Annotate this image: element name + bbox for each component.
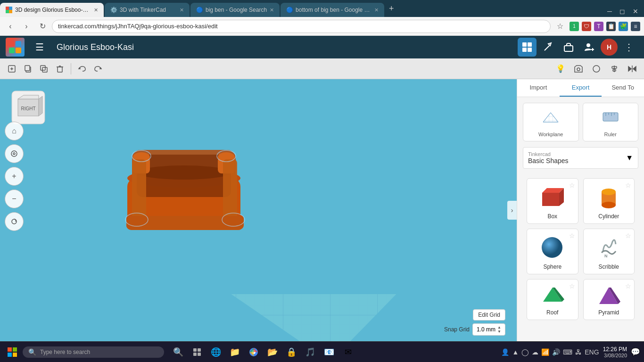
mirror-button[interactable] — [625, 61, 640, 76]
shape-scribble[interactable]: ☆ N Scribble — [583, 229, 635, 274]
add-person-button[interactable] — [580, 38, 599, 57]
zoom-out-button[interactable]: − — [5, 189, 24, 208]
refresh-button[interactable]: ↻ — [36, 20, 49, 33]
bookmark-button[interactable]: ☆ — [553, 20, 567, 33]
taskbar-chrome[interactable] — [245, 344, 262, 361]
sphere-favorite-icon[interactable]: ☆ — [569, 232, 575, 239]
forward-button[interactable]: › — [20, 20, 33, 33]
taskbar-file-explorer[interactable]: 📁 — [226, 344, 243, 361]
lightbulb-button[interactable]: 💡 — [553, 61, 568, 76]
maximize-button[interactable]: ◻ — [619, 8, 625, 15]
taskbar-search[interactable]: 🔍 Type here to search — [23, 346, 164, 358]
view-cube-nav[interactable]: RIGHT — [9, 89, 47, 126]
export-tab[interactable]: Export — [560, 79, 602, 97]
svg-rect-2 — [6, 10, 9, 13]
back-button[interactable]: ‹ — [4, 20, 17, 33]
viewport[interactable]: RIGHT ⌂ + − — [0, 79, 517, 341]
tab-close-1[interactable]: ✕ — [94, 7, 98, 13]
clock-block[interactable]: 12:26 PM 3/08/2020 — [603, 346, 627, 358]
grid-view-button[interactable] — [518, 38, 537, 57]
undo-button[interactable] — [74, 61, 90, 76]
shape-placeholder-2[interactable]: ☆ Pyramid — [583, 279, 635, 320]
browser-tab-1[interactable]: 3D design Glorious Esboo-Kasi | ✕ — [0, 3, 104, 17]
keyboard-icon[interactable]: ⌨ — [563, 348, 572, 356]
placeholder1-favorite-icon[interactable]: ☆ — [569, 282, 575, 290]
shape-placeholder-1[interactable]: ☆ Roof — [527, 279, 578, 320]
tab-close-2[interactable]: ✕ — [180, 7, 184, 13]
hamburger-menu-button[interactable]: ☰ — [30, 38, 49, 57]
taskbar-spotify[interactable]: 🎵 — [302, 344, 319, 361]
svg-rect-81 — [198, 353, 201, 356]
more-options-button[interactable]: ⋮ — [619, 38, 638, 57]
pickaxe-button[interactable] — [538, 38, 557, 57]
redo-button[interactable] — [91, 61, 106, 76]
network-icon[interactable]: 🖧 — [575, 348, 582, 356]
taskbar-outlook[interactable]: 📧 — [321, 344, 338, 361]
browser-tab-4[interactable]: 🔵 bottom of big ben - Google Sear... ✕ — [281, 3, 384, 17]
ext-icon-3[interactable]: T — [594, 22, 603, 31]
ext-icon-4[interactable]: 📋 — [606, 22, 616, 31]
taskbar-lock[interactable]: 🔒 — [283, 344, 300, 361]
snap-value-display[interactable]: 1.0 mm ▲ ▼ — [472, 323, 505, 336]
home-view-button[interactable]: ⌂ — [5, 122, 24, 140]
shape-sphere[interactable]: ☆ Sphere — [527, 229, 578, 274]
new-tab-button[interactable]: + — [385, 4, 398, 14]
user-icon[interactable]: 👤 — [501, 348, 509, 356]
svg-point-68 — [542, 237, 562, 258]
notification-button[interactable]: 💬 — [631, 347, 640, 356]
fit-view-button[interactable] — [5, 144, 24, 163]
taskbar-mail[interactable]: ✉ — [339, 344, 356, 361]
new-shape-button[interactable] — [4, 61, 19, 76]
close-button[interactable]: ✕ — [633, 8, 638, 15]
placeholder2-favorite-icon[interactable]: ☆ — [625, 282, 631, 290]
onedrive-icon[interactable]: ☁ — [532, 348, 538, 356]
ext-icon-5[interactable]: 🧩 — [619, 22, 628, 31]
arrow-up-icon[interactable]: ▲ — [512, 348, 519, 356]
wifi-icon[interactable]: 📶 — [541, 348, 549, 356]
rotate-view-button[interactable] — [5, 212, 24, 231]
taskbar-edge[interactable]: 🌐 — [207, 344, 224, 361]
align-button[interactable] — [607, 61, 622, 76]
browser-tab-2[interactable]: ⚙️ 3D with TinkerCad ✕ — [105, 3, 190, 17]
cylinder-favorite-icon[interactable]: ☆ — [625, 181, 631, 189]
taskbar-task-view[interactable] — [189, 344, 206, 361]
copy-button[interactable] — [20, 61, 35, 76]
cortana-icon[interactable]: ◯ — [521, 348, 529, 356]
shapes-grid: ☆ Box ☆ — [523, 174, 638, 324]
taskbar-search-app[interactable]: 🔍 — [170, 344, 187, 361]
edit-grid-button[interactable]: Edit Grid — [473, 309, 505, 321]
ext-icon-2[interactable]: 🛡 — [582, 22, 591, 31]
browser-tab-3[interactable]: 🔵 big ben - Google Search ✕ — [190, 3, 280, 17]
box-favorite-icon[interactable]: ☆ — [569, 181, 575, 189]
expand-panel-arrow[interactable]: › — [507, 201, 517, 220]
briefcase-button[interactable] — [559, 38, 578, 57]
minimize-button[interactable]: ─ — [607, 8, 612, 15]
scribble-favorite-icon[interactable]: ☆ — [625, 232, 631, 239]
tab-close-3[interactable]: ✕ — [270, 7, 274, 13]
delete-button[interactable] — [52, 61, 67, 76]
start-button[interactable] — [4, 346, 21, 359]
tinkercad-logo[interactable] — [6, 38, 25, 57]
ext-icon-1[interactable]: 1 — [570, 22, 579, 31]
user-avatar[interactable]: H — [601, 39, 618, 56]
shape-cylinder[interactable]: ☆ Cylinder — [583, 178, 635, 224]
camera-button[interactable] — [571, 61, 586, 76]
send-to-tab[interactable]: Send To — [602, 79, 644, 97]
shape-box[interactable]: ☆ Box — [527, 178, 578, 224]
zoom-in-button[interactable]: + — [5, 167, 24, 186]
taskbar-folder[interactable]: 📂 — [264, 344, 281, 361]
shapes-category-dropdown[interactable]: Tinkercad Basic Shapes ▼ — [523, 147, 638, 169]
circle-button[interactable] — [589, 61, 604, 76]
address-input[interactable] — [52, 20, 551, 33]
workplane-button[interactable]: Workplane — [523, 103, 579, 141]
duplicate-button[interactable] — [36, 61, 51, 76]
tab-close-4[interactable]: ✕ — [374, 7, 379, 13]
ext-icon-6[interactable]: ≡ — [631, 22, 640, 31]
snap-value-arrows[interactable]: ▲ ▼ — [497, 325, 501, 334]
ruler-button[interactable]: Ruler — [583, 103, 639, 141]
svg-rect-15 — [58, 67, 62, 72]
volume-icon[interactable]: 🔊 — [552, 348, 560, 356]
logo-cell-4 — [16, 48, 21, 53]
tab-label-1: 3D design Glorious Esboo-Kasi | — [15, 7, 91, 13]
import-tab[interactable]: Import — [517, 79, 560, 97]
